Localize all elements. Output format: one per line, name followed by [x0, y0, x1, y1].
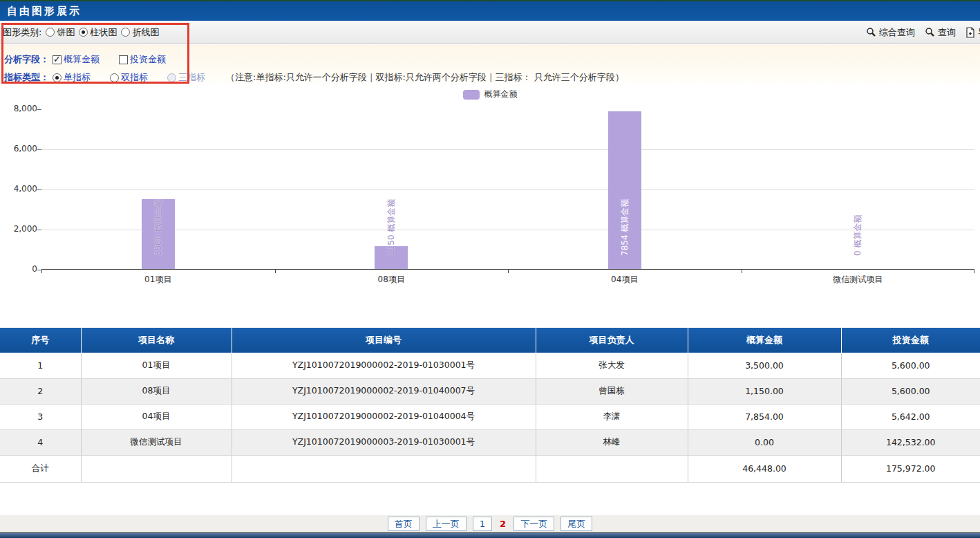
total-gaisuan: 46,448.00	[688, 455, 841, 482]
last-page-button[interactable]: 尾页	[560, 517, 592, 531]
cell-project-number: YZJ1010072019000002-2019-01040004号	[232, 404, 536, 429]
cell-gaisuan: 1,150.00	[688, 378, 841, 404]
x-axis-tick	[41, 270, 42, 273]
cell-seq: 3	[0, 404, 81, 429]
bar-chart: 概算金额 3500 概算金额01项目1150 概算金额08项目7854 概算金额…	[0, 86, 980, 290]
toolbar: 图形类别: 饼图 柱状图 折线图 综合查询	[0, 21, 980, 44]
cell-project-name: 04项目	[81, 404, 232, 429]
y-axis-tick-label: 4,000	[1, 184, 37, 194]
x-axis-tick	[275, 270, 276, 273]
cell-touzi: 5,600.00	[841, 378, 980, 404]
legend-label: 概算金额	[484, 89, 518, 100]
page-title: 自由图形展示	[7, 5, 82, 18]
col-project-name: 项目名称	[81, 328, 232, 353]
x-axis-category-label: 微信测试项目	[742, 274, 975, 286]
cell-project-name: 微信测试项目	[81, 429, 232, 455]
cell-project-name: 01项目	[81, 353, 232, 378]
gridline	[41, 149, 974, 150]
x-axis-tick	[974, 270, 974, 273]
radio-selected-icon[interactable]	[53, 73, 62, 82]
composite-query-label: 综合查询	[879, 26, 915, 39]
legend-swatch-icon	[463, 90, 480, 100]
empty-cell	[232, 455, 536, 482]
x-axis-category-label: 01项目	[41, 274, 275, 286]
radio-disabled-icon	[167, 73, 176, 82]
y-axis-tick-label: 0	[1, 264, 37, 274]
radio-selected-icon[interactable]	[79, 28, 88, 37]
y-axis-tick-label: 6,000	[1, 144, 37, 154]
chart-type-line-label: 折线图	[132, 26, 159, 39]
triple-indicator-label: 三指标	[178, 71, 205, 84]
total-label: 合计	[0, 455, 81, 482]
app-root: 自由图形展示 图形类别: 饼图 柱状图 折线图 综合查询	[0, 0, 980, 538]
first-page-button[interactable]: 首页	[388, 517, 420, 531]
cell-seq: 1	[0, 353, 81, 378]
col-project-number: 项目编号	[232, 328, 536, 353]
checkbox-gaisuan[interactable]: 概算金额	[53, 53, 100, 66]
double-indicator-label: 双指标	[121, 71, 148, 84]
chart-type-bar-label: 柱状图	[90, 26, 117, 39]
radio-single-indicator[interactable]: 单指标	[53, 71, 91, 84]
chart-type-pie-label: 饼图	[57, 26, 75, 39]
chart-legend[interactable]: 概算金额	[0, 89, 980, 100]
composite-query-button[interactable]: 综合查询	[866, 26, 915, 39]
single-indicator-label: 单指标	[64, 71, 91, 84]
project-table: 序号 项目名称 项目编号 项目负责人 概算金额 投资金额 1 01项目 YZJ1…	[0, 328, 980, 483]
table-row: 2 08项目 YZJ1010072019000002-2019-01040007…	[0, 378, 980, 404]
radio-triple-indicator: 三指标	[167, 71, 205, 84]
title-bar: 自由图形展示	[0, 0, 980, 21]
indicator-type-row: 指标类型： 单指标 双指标 三指标 （注意:单指标:只允许一个分析字段｜双指标:…	[4, 71, 624, 84]
current-page-indicator: 2	[498, 519, 507, 529]
cell-owner: 曾国栋	[536, 378, 688, 404]
cell-project-number: YZJ1010072019000003-2019-01030001号	[232, 429, 536, 455]
analysis-field-row: 分析字段： 概算金额 投资金额	[4, 53, 185, 66]
cell-gaisuan: 0.00	[688, 429, 841, 455]
radio-icon[interactable]	[46, 28, 55, 37]
radio-icon[interactable]	[121, 28, 130, 37]
x-axis-tick	[508, 270, 509, 273]
cell-project-number: YZJ1010072019000002-2019-01030001号	[232, 353, 536, 378]
export-icon	[965, 27, 975, 38]
empty-cell	[81, 455, 232, 482]
indicator-note: （注意:单指标:只允许一个分析字段｜双指标:只允许两个分析字段｜三指标： 只允许…	[226, 71, 624, 84]
query-button[interactable]: 查询	[925, 26, 956, 39]
chart-type-radio-pie[interactable]: 饼图	[46, 26, 75, 39]
table-header-row: 序号 项目名称 项目编号 项目负责人 概算金额 投资金额	[0, 328, 980, 353]
radio-icon[interactable]	[110, 73, 119, 82]
table-row: 1 01项目 YZJ1010072019000002-2019-01030001…	[0, 353, 980, 378]
bar-value-label: 3500 概算金额	[153, 199, 163, 256]
search-icon	[925, 27, 935, 37]
page-1-button[interactable]: 1	[473, 517, 492, 531]
radio-double-indicator[interactable]: 双指标	[110, 71, 148, 84]
cell-owner: 李潇	[536, 404, 688, 429]
y-axis-tick	[37, 149, 41, 150]
cell-project-name: 08项目	[81, 378, 232, 404]
chart-type-radio-line[interactable]: 折线图	[121, 26, 159, 39]
touzi-label: 投资金额	[130, 53, 166, 66]
cell-owner: 林峰	[536, 429, 688, 455]
x-axis-category-label: 04项目	[508, 274, 742, 286]
checkbox-touzi[interactable]: 投资金额	[119, 53, 166, 66]
empty-cell	[536, 455, 688, 482]
prev-page-button[interactable]: 上一页	[426, 517, 467, 531]
y-axis-tick	[37, 189, 41, 190]
y-axis-tick	[37, 230, 41, 230]
table-total-row: 合计 46,448.00 175,972.00	[0, 455, 980, 482]
checkbox-checked-icon[interactable]	[53, 55, 62, 64]
export-button[interactable]: 导	[965, 26, 980, 39]
next-page-button[interactable]: 下一页	[513, 517, 554, 531]
chart-type-radio-bar[interactable]: 柱状图	[79, 26, 117, 39]
table-row: 3 04项目 YZJ1010072019000002-2019-01040004…	[0, 404, 980, 429]
y-axis-tick-label: 2,000	[1, 224, 37, 234]
analysis-field-label: 分析字段：	[4, 53, 53, 66]
total-touzi: 175,972.00	[841, 455, 980, 482]
plot-area: 3500 概算金额01项目1150 概算金额08项目7854 概算金额04项目0…	[41, 109, 974, 270]
gridline	[41, 189, 974, 190]
x-axis-tick	[742, 270, 742, 273]
checkbox-icon[interactable]	[119, 55, 128, 64]
bar-value-label: 7854 概算金额	[620, 199, 630, 256]
search-icon	[866, 27, 876, 37]
col-gaisuan: 概算金额	[688, 328, 841, 353]
pagination: 首页 上一页 1 2 下一页 尾页	[0, 515, 980, 532]
query-label: 查询	[938, 26, 956, 39]
